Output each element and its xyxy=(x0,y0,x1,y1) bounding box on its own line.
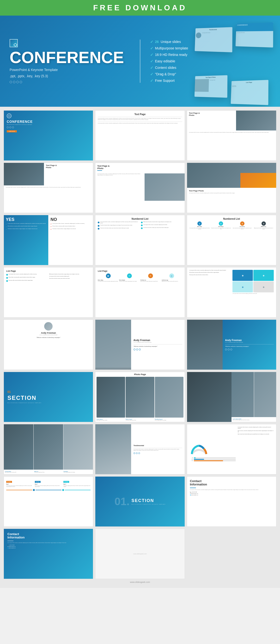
slide-panel-5[interactable]: Text Page & Photo Lorem ipsum dolor sit … xyxy=(95,162,185,213)
icon-circle-4: ◎ xyxy=(169,274,174,278)
tpp-mid-title2: Photo xyxy=(97,167,182,170)
test-soc-3 xyxy=(138,452,140,454)
timeline-col-1: 01 Nov Day 1 Lorem ipsum dolor sit amet,… xyxy=(6,479,33,487)
text-page-slide: Text Page Lorem ipsum dolor sit amet, co… xyxy=(95,110,184,160)
lq-icon-1: ◈ xyxy=(232,270,253,281)
contact-blue-slide: ContactInformation Lorem ipsum dolor sit… xyxy=(4,529,93,579)
num-circle-4: 4 xyxy=(261,222,266,226)
numbered-h-items: 1 Amet, adips Lorem ipsum dolor sit amet… xyxy=(189,222,274,230)
tpp-big-photo xyxy=(187,163,276,188)
no-text-2: Elit sed diam nonummy nibh euismod tinci… xyxy=(52,226,75,227)
slide-panel-19[interactable]: Lorem ipsum Amet adips sit diam nonummy … xyxy=(4,424,93,474)
no-text-1: Lorem ipsum dolor sit amet, consectetur … xyxy=(52,223,84,224)
slide-panel-8[interactable]: Numbered List Lorem ipsum dolor sit amet… xyxy=(95,215,185,265)
icon-circle-2: ✏ xyxy=(127,274,132,278)
icon-1: ▶ xyxy=(108,275,109,277)
tpp-left-slide: Text Page & Photo Lorem ipsum dolor sit … xyxy=(4,163,93,213)
bullet-4: Nibheuismod tincidunt ut laoreet dolore … xyxy=(141,222,182,223)
slide-panel-22[interactable]: 01 Nov Day 1 Lorem ipsum dolor sit amet,… xyxy=(4,476,93,527)
slide-panel-10[interactable]: List Page Lorem ipsum dolor sit amet, co… xyxy=(4,267,93,318)
list-row-2: Elit sed diam nonummy nibh euismod tinci… xyxy=(6,277,48,279)
slide-panel-12[interactable]: Lorem ipsum dolor sit amet, consectetur … xyxy=(187,267,276,318)
tpp-photo-left xyxy=(4,163,44,186)
list-col-2: Nibheuismod tincidunt ut laoreet dolore … xyxy=(49,274,91,282)
num-circle-2: 2 xyxy=(219,222,223,226)
bullet-text-3: Ut wisi enim ad minim veniam, quis nostr… xyxy=(100,228,129,229)
text-page-photo-slide: Text Page & Photo Lorem ipsum dolor sit … xyxy=(187,110,276,160)
banner-text: FREE DOWNLOAD xyxy=(93,3,187,12)
slide-panel-1[interactable]: CONFERENCE MULTIPURPOSE POWERPOINT & KEY… xyxy=(4,110,93,161)
lq-left: Lorem ipsum dolor sit amet, consectetur … xyxy=(189,270,231,315)
numbered-list-slide: Numbered List Lorem ipsum dolor sit amet… xyxy=(95,215,184,265)
slide-panel-14[interactable]: Andy Freeman C.E.O. & SENIOR EXECUTIVE O… xyxy=(95,320,185,370)
timeline-text-3: Consectetur adipiscing elit sed diam. Ti… xyxy=(63,485,91,487)
photo-grid-top xyxy=(4,424,93,470)
lq-icon-2: ◈ xyxy=(253,270,274,281)
list-dot-2 xyxy=(6,277,8,279)
num-label-4: Eliblam nunc xyxy=(261,226,266,227)
pg-cap-text-1: Amet adips sit diam nonummy nibh xyxy=(5,472,33,473)
list-item-text-3: Nonummy nibh euismod tincidunt ut laoree… xyxy=(9,280,33,281)
conf-btn[interactable]: LEARN MORE xyxy=(7,130,17,132)
numbered-h-slide: Numbered List 1 Amet, adips Lorem ipsum … xyxy=(187,215,276,265)
lq-text-1: Lorem ipsum dolor sit amet, consectetur … xyxy=(189,270,231,271)
andy-blue-soc-1 xyxy=(225,348,227,350)
test-content-right: Testimonial Lorem ipsum dolor sit amet, … xyxy=(131,424,185,474)
slide-panel-16[interactable]: 01 SECTION MULTIPURPOSE POWERPOINT KEYNO… xyxy=(4,372,93,422)
list-text-right-3: Ut wisi enim ad minim veniam quis nostru… xyxy=(49,278,91,279)
slide-panel-20[interactable]: Testimonial Lorem ipsum dolor sit amet, … xyxy=(95,424,185,474)
timeline-text-1: Lorem ipsum dolor sit amet, consectetur … xyxy=(6,485,33,487)
photo-page-title-1: Photo Page xyxy=(95,372,184,377)
slide-panel-7[interactable]: YES ✓ Lorem ipsum dolor sit amet, consec… xyxy=(4,215,93,265)
inf-bar-fill-1 xyxy=(194,458,196,458)
num-circle-3: 3 xyxy=(240,222,244,226)
num-item-3: 3 Orci pulvinar Quis nostrud exerci tati… xyxy=(232,222,252,230)
slide-panel-18[interactable]: Lorem ipsum dolor Amet consectetur adipi… xyxy=(187,372,276,422)
lic-head-2: Erat volutpat xyxy=(119,280,140,281)
bullet-5: Lorem ipsum dolor sit amet, consectetur … xyxy=(141,224,182,226)
pp2-caption: Lorem ipsum dolor Amet consectetur adipi… xyxy=(231,417,276,422)
slide-panel-4[interactable]: Text Page & Photo Lorem ipsum dolor sit … xyxy=(4,162,93,213)
tpp-title-area: Text Page & Photo xyxy=(44,163,93,186)
slide-panel-23[interactable]: 01. SECTION MULTIPURPOSE POWERPOINT KEYN… xyxy=(95,476,185,527)
pp2-top-photos xyxy=(231,372,276,417)
lic-col-3: Sit diam nec Quis nostrud exerci tation … xyxy=(140,280,161,282)
hero-formats: .ppt, .pptx, .key, .key (5.3) xyxy=(10,74,130,78)
pg-cap-1: Lorem ipsum Amet adips sit diam nonummy … xyxy=(5,471,33,473)
pg-photo-2 xyxy=(34,424,63,470)
slide-panel-24[interactable]: ContactInformation Lorem ipsum dolor sit… xyxy=(187,476,276,527)
andy-name-1: Andy Freeman xyxy=(134,339,182,342)
quad-icon-4: ◈ xyxy=(263,286,265,288)
slide-panel-6[interactable]: Text Page Photo Lorem ipsum dolor sit am… xyxy=(187,162,276,213)
contact-email: ✉ info@example.com xyxy=(190,493,273,494)
tpp-mid-line xyxy=(97,170,102,171)
slide-panel-17[interactable]: Photo Page Lorem ipsum Amet adips elit s… xyxy=(95,372,185,422)
slide-panel-13[interactable]: Andy Freeman C.E.O. & SENIOR EXECUTIVE O… xyxy=(4,320,93,370)
section-right-num: 01. xyxy=(115,495,130,508)
num-label-1: Amet, adips xyxy=(197,226,202,227)
social-icon-1 xyxy=(10,81,12,83)
slide-panel-11[interactable]: List Page ▶ ✏ ✕ ◎ xyxy=(95,267,185,318)
contact-blue-web: 🌐 www.example.com xyxy=(8,548,89,548)
slide-panel-3[interactable]: Text Page & Photo Lorem ipsum dolor sit … xyxy=(187,110,276,161)
photo-cap-2: Dolor sit amet Consectetur adipiscing se… xyxy=(126,418,154,421)
list-page-title-1: List Page xyxy=(6,270,91,272)
timeline-col-3: 01 Nov Day 3 Consectetur adipiscing elit… xyxy=(63,479,91,487)
andy-photo-left xyxy=(95,320,131,370)
slide-panel-2[interactable]: Text Page Lorem ipsum dolor sit amet, co… xyxy=(95,110,185,161)
contact-blue-email: ✉ info@example.com xyxy=(8,546,89,547)
slide-panel-15[interactable]: Andy Freeman C.E.O. & SENIOR EXECUTIVE O… xyxy=(187,320,276,370)
hero-subtitle: PowerPoint & Keynote Template xyxy=(10,68,130,72)
num-desc-4: Adipiscing elit sed diam nonummy nibh eu… xyxy=(253,228,274,230)
slide-panel-21[interactable]: 5% 25% 70% xyxy=(187,424,276,474)
inf-bar-track-2 xyxy=(194,459,236,460)
slide-panel-25[interactable]: ContactInformation Lorem ipsum dolor sit… xyxy=(4,529,93,579)
hero-title: CONFERENCE xyxy=(10,49,130,66)
tl-seg-3 xyxy=(65,490,91,490)
num-desc-2: Tincidunt ut laoreet dolore magna aliqua… xyxy=(211,228,231,230)
section-title: SECTION xyxy=(8,394,89,401)
no-text-3: Tincidunt ut laoreet dolore magna aliqua… xyxy=(52,228,76,230)
tpp-right-text: Text Page Photo Lorem ipsum dolor sit am… xyxy=(187,188,276,196)
tpp-mid-body: Lorem ipsum dolor sit amet, consectetur … xyxy=(97,174,142,176)
slide-panel-9[interactable]: Numbered List 1 Amet, adips Lorem ipsum … xyxy=(187,215,276,265)
